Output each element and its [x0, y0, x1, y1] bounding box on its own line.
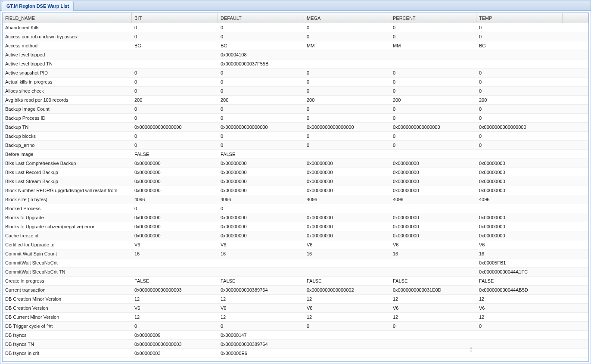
cell-field-name: Current transaction	[3, 287, 132, 292]
cell-value: BG	[132, 43, 218, 48]
cell-value: 12	[132, 314, 218, 320]
table-row[interactable]: Block size (in bytes)4096409640964096409…	[3, 195, 588, 204]
column-header-default[interactable]: DEFAULT	[218, 13, 304, 23]
cell-value: 0x00000000	[476, 215, 563, 220]
table-row[interactable]: Backup Process ID00000	[3, 114, 588, 123]
table-row[interactable]: DB fsyncs0x000000090x00000147	[3, 331, 588, 340]
column-header-bit[interactable]: BIT	[132, 13, 218, 23]
table-row[interactable]: Blks Last Record Backup0x000000000x00000…	[3, 168, 588, 177]
cell-value: 12	[390, 314, 476, 320]
table-row[interactable]: Blocks to Upgrade0x000000000x000000000x0…	[3, 213, 588, 222]
cell-value: 0x00000000	[476, 233, 563, 238]
table-row[interactable]: Abandoned Kills00000	[3, 23, 588, 32]
table-row[interactable]: Backup TN0x00000000000000000x00000000000…	[3, 123, 588, 132]
cell-value: 0	[304, 34, 390, 39]
cell-value: 0	[218, 88, 304, 93]
cell-value: 12	[304, 314, 390, 320]
cell-field-name: Backup Process ID	[3, 115, 132, 121]
table-row[interactable]: DB Trigger cycle of ^#t00000	[3, 322, 588, 331]
cell-value: 0	[304, 79, 390, 84]
cell-value: 0x000000000037F55B	[218, 61, 304, 66]
table-row[interactable]: Commit Wait Spin Count1616161616	[3, 249, 588, 258]
cell-value: 0	[132, 106, 218, 112]
cell-value: FALSE	[132, 278, 218, 283]
table-row[interactable]: Blks Last Comprehensive Backup0x00000000…	[3, 159, 588, 168]
cell-value: 0	[132, 79, 218, 84]
cell-value: 4096	[304, 197, 390, 202]
table-row[interactable]: DB Creation Minor Version1212121212	[3, 295, 588, 304]
cell-value: V6	[390, 242, 476, 247]
column-header-percent[interactable]: PERCENT	[390, 13, 476, 23]
table-row[interactable]: CommitWait SleepNoCrit TN0x000000000044A…	[3, 268, 588, 277]
cell-value: 200	[132, 97, 218, 103]
table-row[interactable]: Actual kills in progress00000	[3, 78, 588, 87]
cell-value: 0	[390, 134, 476, 139]
table-row[interactable]: Create in progressFALSEFALSEFALSEFALSEFA…	[3, 277, 588, 286]
cell-field-name: Block Number REORG upgrd/dwngrd will res…	[3, 188, 132, 193]
column-header-temp[interactable]: TEMP	[476, 13, 563, 23]
cell-value: V6	[132, 242, 218, 247]
cell-value: 0x00000000	[132, 233, 218, 238]
table-row[interactable]: DB Creation VersionV6V6V6V6V6	[3, 304, 588, 313]
cell-value: 0x00000000	[304, 179, 390, 184]
column-header-field-name[interactable]: FIELD_NAME	[3, 13, 132, 23]
cell-value: V6	[304, 305, 390, 311]
cell-value: 12	[218, 296, 304, 302]
cell-value: BG	[218, 43, 304, 48]
grid-body[interactable]: Abandoned Kills00000Access control rundo…	[3, 23, 588, 361]
table-row[interactable]: Avg blks read per 100 records20020020020…	[3, 96, 588, 105]
cell-value: 4096	[132, 197, 218, 202]
cell-field-name: Blocks to Upgrade	[3, 215, 132, 220]
table-row[interactable]: Backup_errno00000	[3, 141, 588, 150]
cell-value: MM	[304, 43, 390, 48]
table-row[interactable]: Cache freeze id0x000000000x000000000x000…	[3, 231, 588, 240]
cell-value: 0	[304, 70, 390, 75]
cell-value: V6	[218, 305, 304, 311]
table-row[interactable]: Active snapshot PID00000	[3, 68, 588, 78]
table-row[interactable]: Block Number REORG upgrd/dwngrd will res…	[3, 186, 588, 195]
cell-value: FALSE	[304, 278, 390, 283]
table-row[interactable]: Blocks to Upgrade subzero(negative) erro…	[3, 222, 588, 231]
cell-value: 200	[390, 97, 476, 103]
cell-value: 0	[476, 143, 563, 148]
cell-field-name: Backup TN	[3, 124, 132, 130]
table-row[interactable]: Access methodBGBGMMMMBG	[3, 41, 588, 50]
table-row[interactable]: Blks Last Stream Backup0x000000000x00000…	[3, 177, 588, 186]
table-row[interactable]: Backup blocks00000	[3, 132, 588, 141]
cell-value: V6	[476, 305, 563, 311]
cell-value: 0	[390, 25, 476, 30]
cell-value: 0x00000000	[218, 161, 304, 166]
cell-value: 0x00000000	[132, 179, 218, 184]
table-row[interactable]: Allocs since check00000	[3, 87, 588, 96]
table-row[interactable]: CommitWait SleepNoCrit0x00005FB1	[3, 258, 588, 268]
cell-value: 0x0000000000000003	[132, 287, 218, 292]
tab-warp-list[interactable]: GT.M Region DSE Warp List	[2, 1, 74, 11]
table-row[interactable]: Active level tripped0x00004108	[3, 50, 588, 59]
table-row[interactable]: DB fsyncs TN0x00000000000000030x00000000…	[3, 340, 588, 349]
cell-value: 4096	[476, 197, 563, 202]
cell-field-name: Blks Last Comprehensive Backup	[3, 161, 132, 166]
table-row[interactable]: Blocked Process00	[3, 204, 588, 213]
cell-value: 0	[132, 70, 218, 75]
cell-value: V6	[132, 305, 218, 311]
cell-value: 0	[218, 106, 304, 112]
cell-value: 0x00000000	[390, 188, 476, 193]
table-row[interactable]: DB Current Minor Version1212121212	[3, 313, 588, 322]
table-row[interactable]: Certified for Upgrade toV6V6V6V6V6	[3, 240, 588, 249]
cell-value: 0	[390, 34, 476, 39]
cell-field-name: Commit Wait Spin Count	[3, 251, 132, 256]
cell-value: 0x00000000	[218, 233, 304, 238]
cell-value: 0	[132, 143, 218, 148]
cell-value: V6	[218, 242, 304, 247]
table-row[interactable]: DB fsyncs in crit0x000000030x000000E6	[3, 349, 588, 358]
cell-value: 0x0000000000000000	[132, 124, 218, 130]
cell-value: 0x00005FB1	[476, 260, 563, 265]
table-row[interactable]: Backup Image Count00000	[3, 105, 588, 114]
table-row[interactable]: Active level tripped TN0x000000000037F55…	[3, 59, 588, 68]
table-row[interactable]: Before imageFALSEFALSE	[3, 150, 588, 159]
cell-value: 200	[218, 97, 304, 103]
cell-field-name: Allocs since check	[3, 88, 132, 93]
column-header-mega[interactable]: MEGA	[304, 13, 390, 23]
table-row[interactable]: Access control rundown bypasses00000	[3, 32, 588, 41]
table-row[interactable]: Current transaction0x00000000000000030x0…	[3, 286, 588, 295]
